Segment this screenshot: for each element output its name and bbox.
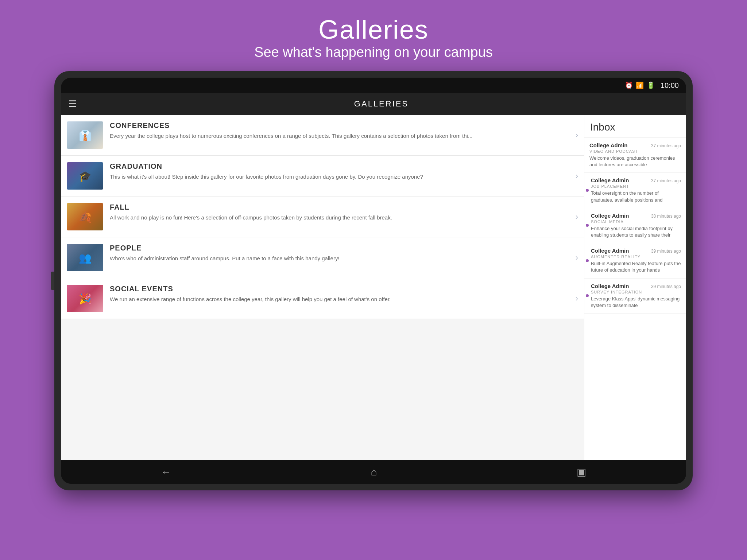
inbox-item-1[interactable]: College Admin 37 minutes ago JOB PLACEME… xyxy=(584,173,686,208)
gallery-title-graduation: GRADUATION xyxy=(110,162,572,171)
gallery-text-social-events: SOCIAL EVENTS We run an extensive range … xyxy=(110,285,572,303)
inbox-time-2: 38 minutes ago xyxy=(651,214,681,219)
side-button[interactable] xyxy=(51,272,54,290)
inbox-item-4[interactable]: College Admin 39 minutes ago SURVEY INTE… xyxy=(584,279,686,314)
gallery-title-fall: FALL xyxy=(110,203,572,211)
gallery-desc-social-events: We run an extensive range of functions a… xyxy=(110,295,572,303)
chevron-right-icon: › xyxy=(576,212,578,222)
gallery-item-social-events[interactable]: SOCIAL EVENTS We run an extensive range … xyxy=(61,278,584,319)
unread-dot xyxy=(586,294,589,297)
tablet-device: ⏰ 📶 🔋 10:00 ☰ GALLERIES CONFERENCES Ever… xyxy=(54,71,693,490)
gallery-text-people: PEOPLE Who's who of administration staff… xyxy=(110,244,572,262)
gallery-thumb-social-events xyxy=(67,285,103,312)
gallery-item-fall[interactable]: FALL All work and no play is no fun! Her… xyxy=(61,197,584,237)
inbox-time-3: 39 minutes ago xyxy=(651,249,681,254)
inbox-sender-0: College Admin xyxy=(589,142,627,148)
gallery-title-conferences: CONFERENCES xyxy=(110,121,572,130)
inbox-item-2[interactable]: College Admin 38 minutes ago SOCIAL MEDI… xyxy=(584,208,686,243)
inbox-header: Inbox xyxy=(584,115,686,138)
inbox-preview-0: Welcome videos, graduation ceremonies an… xyxy=(589,155,681,168)
inbox-time-1: 37 minutes ago xyxy=(651,178,681,183)
page-header: Galleries See what's happening on your c… xyxy=(254,0,493,71)
gallery-thumb-graduation xyxy=(67,162,103,190)
gallery-text-conferences: CONFERENCES Every year the college plays… xyxy=(110,121,572,140)
inbox-item-header-2: College Admin 38 minutes ago xyxy=(591,213,681,219)
inbox-sender-2: College Admin xyxy=(591,213,629,219)
inbox-item-header-1: College Admin 37 minutes ago xyxy=(591,177,681,183)
inbox-sender-4: College Admin xyxy=(591,283,629,289)
unread-dot xyxy=(586,224,589,227)
battery-icon: 🔋 xyxy=(647,81,655,89)
inbox-category-0: VIDEO AND PODCAST xyxy=(589,149,681,153)
inbox-category-1: JOB PLACEMENT xyxy=(591,184,681,188)
inbox-preview-4: Leverage Klass Apps' dynamic messaging s… xyxy=(591,296,681,309)
page-subtitle: See what's happening on your campus xyxy=(254,44,493,60)
inbox-title: Inbox xyxy=(590,121,680,133)
inbox-item-header-4: College Admin 39 minutes ago xyxy=(591,283,681,289)
inbox-time-4: 39 minutes ago xyxy=(651,284,681,289)
status-time: 10:00 xyxy=(661,81,679,90)
inbox-sender-3: College Admin xyxy=(591,248,629,254)
wifi-icon: 📶 xyxy=(636,81,644,89)
nav-bar: ← ⌂ ▣ xyxy=(61,460,686,484)
gallery-thumb-people xyxy=(67,244,103,271)
gallery-title-people: PEOPLE xyxy=(110,244,572,252)
inbox-item-header-0: College Admin 37 minutes ago xyxy=(589,142,681,148)
gallery-thumb-fall xyxy=(67,203,103,230)
alarm-icon: ⏰ xyxy=(625,81,633,89)
inbox-panel: Inbox College Admin 37 minutes ago VIDEO… xyxy=(584,115,686,460)
chevron-right-icon: › xyxy=(576,131,578,140)
status-icons: ⏰ 📶 🔋 10:00 xyxy=(625,81,679,90)
gallery-thumb-conferences xyxy=(67,121,103,149)
unread-dot xyxy=(586,259,589,262)
gallery-text-graduation: GRADUATION This is what it's all about! … xyxy=(110,162,572,180)
unread-dot xyxy=(586,189,589,192)
chevron-right-icon: › xyxy=(576,171,578,181)
gallery-list: CONFERENCES Every year the college plays… xyxy=(61,115,584,460)
status-bar: ⏰ 📶 🔋 10:00 xyxy=(61,78,686,93)
inbox-category-3: AUGMENTED REALITY xyxy=(591,254,681,259)
gallery-desc-graduation: This is what it's all about! Step inside… xyxy=(110,173,572,180)
gallery-desc-conferences: Every year the college plays host to num… xyxy=(110,132,572,140)
inbox-category-2: SOCIAL MEDIA xyxy=(591,219,681,224)
gallery-text-fall: FALL All work and no play is no fun! Her… xyxy=(110,203,572,221)
content-area: CONFERENCES Every year the college plays… xyxy=(61,115,686,460)
inbox-item-header-3: College Admin 39 minutes ago xyxy=(591,248,681,254)
home-button[interactable]: ⌂ xyxy=(360,463,388,482)
inbox-item-0[interactable]: College Admin 37 minutes ago VIDEO AND P… xyxy=(584,138,686,173)
back-button[interactable]: ← xyxy=(150,463,182,482)
inbox-sender-1: College Admin xyxy=(591,177,629,183)
inbox-time-0: 37 minutes ago xyxy=(651,143,681,148)
inbox-preview-2: Enhance your social media footprint by e… xyxy=(591,225,681,238)
inbox-item-3[interactable]: College Admin 39 minutes ago AUGMENTED R… xyxy=(584,243,686,278)
gallery-desc-fall: All work and no play is no fun! Here's a… xyxy=(110,214,572,221)
gallery-item-conferences[interactable]: CONFERENCES Every year the college plays… xyxy=(61,115,584,156)
gallery-item-graduation[interactable]: GRADUATION This is what it's all about! … xyxy=(61,156,584,197)
app-bar-title: GALLERIES xyxy=(84,99,679,109)
inbox-preview-3: Built-in Augmented Reality feature puts … xyxy=(591,260,681,273)
app-bar: ☰ GALLERIES xyxy=(61,93,686,115)
menu-button[interactable]: ☰ xyxy=(68,98,77,110)
inbox-category-4: SURVEY INTEGRATION xyxy=(591,290,681,294)
page-title: Galleries xyxy=(254,15,493,44)
gallery-title-social-events: SOCIAL EVENTS xyxy=(110,285,572,293)
gallery-item-people[interactable]: PEOPLE Who's who of administration staff… xyxy=(61,237,584,278)
chevron-right-icon: › xyxy=(576,253,578,262)
tablet-screen: ⏰ 📶 🔋 10:00 ☰ GALLERIES CONFERENCES Ever… xyxy=(61,78,686,484)
gallery-desc-people: Who's who of administration staff around… xyxy=(110,254,572,262)
inbox-preview-1: Total oversight on the number of graduat… xyxy=(591,190,681,203)
recent-button[interactable]: ▣ xyxy=(566,462,597,482)
chevron-right-icon: › xyxy=(576,294,578,303)
